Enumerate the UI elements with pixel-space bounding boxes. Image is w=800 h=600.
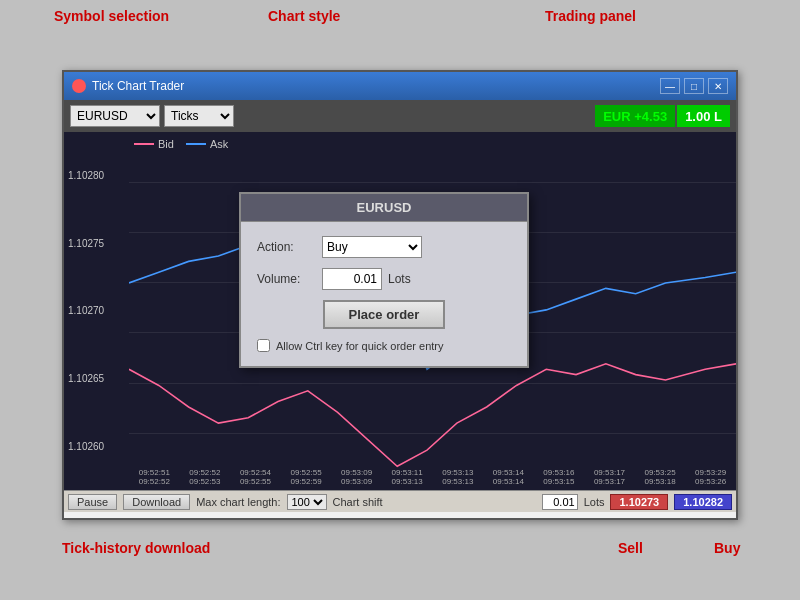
minimize-button[interactable]: — [660,78,680,94]
annotation-trading-panel: Trading panel [545,8,636,24]
price-label: 1.10260 [68,441,125,452]
download-button[interactable]: Download [123,494,190,510]
time-tick: 09:53:1109:53:13 [382,468,433,486]
close-button[interactable]: ✕ [708,78,728,94]
time-tick: 09:53:1409:53:14 [483,468,534,486]
dialog-title: EURUSD [241,194,527,222]
symbol-select[interactable]: EURUSD GBPUSD USDJPY [70,105,160,127]
annotation-sell: Sell [618,540,643,556]
time-tick: 09:53:0909:53:09 [331,468,382,486]
time-tick: 09:53:2509:53:18 [635,468,686,486]
buy-button[interactable]: 1.10282 [674,494,732,510]
action-label: Action: [257,240,322,254]
time-axis: 09:52:5109:52:52 09:52:5209:52:53 09:52:… [129,464,736,490]
time-tick: 09:53:1709:53:17 [584,468,635,486]
annotation-buy: Buy [714,540,740,556]
price-label: 1.10275 [68,238,125,249]
trading-panel-display: EUR +4.53 1.00 L [595,105,730,127]
status-lots: Lots [584,496,605,508]
time-tick: 09:52:5409:52:55 [230,468,281,486]
maximize-button[interactable]: □ [684,78,704,94]
time-tick: 09:53:1309:53:13 [432,468,483,486]
price-label: 1.10270 [68,305,125,316]
time-tick: 09:52:5209:52:53 [180,468,231,486]
sell-button[interactable]: 1.10273 [610,494,668,510]
time-tick: 09:53:2909:53:26 [685,468,736,486]
checkbox-label: Allow Ctrl key for quick order entry [276,340,444,352]
time-tick: 09:52:5509:52:59 [281,468,332,486]
titlebar: Tick Chart Trader — □ ✕ [64,72,736,100]
price-label: 1.10280 [68,170,125,181]
toolbar: EURUSD GBPUSD USDJPY Ticks Bars Candles … [64,100,736,132]
volume-row: Volume: Lots [257,268,511,290]
status-volume-input[interactable] [542,494,578,510]
time-tick: 09:53:1609:53:15 [534,468,585,486]
window-controls: — □ ✕ [660,78,728,94]
main-window: Tick Chart Trader — □ ✕ EURUSD GBPUSD US… [62,70,738,520]
max-length-label: Max chart length: [196,496,280,508]
volume-unit: Lots [388,272,411,286]
time-tick: 09:52:5109:52:52 [129,468,180,486]
chart-style-select[interactable]: Ticks Bars Candles [164,105,234,127]
dialog-body: Action: Buy Sell Volume: Lots Place orde… [241,222,527,366]
price-labels: 1.10280 1.10275 1.10270 1.10265 1.10260 [64,132,129,490]
chart-shift-label: Chart shift [333,496,383,508]
place-order-button[interactable]: Place order [323,300,446,329]
window-title: Tick Chart Trader [92,79,660,93]
trading-dialog: EURUSD Action: Buy Sell Volume: Lots Pla… [239,192,529,368]
volume-label: Volume: [257,272,322,286]
chart-area: 1.10280 1.10275 1.10270 1.10265 1.10260 … [64,132,736,490]
checkbox-row: Allow Ctrl key for quick order entry [257,339,511,352]
app-icon [72,79,86,93]
bid-chart-line [129,364,736,466]
pnl-display: EUR +4.53 [595,105,675,127]
action-select[interactable]: Buy Sell [322,236,422,258]
annotation-symbol-selection: Symbol selection [54,8,169,24]
statusbar: Pause Download Max chart length: 100 200… [64,490,736,512]
lots-display: 1.00 L [677,105,730,127]
pause-button[interactable]: Pause [68,494,117,510]
price-label: 1.10265 [68,373,125,384]
annotation-chart-style: Chart style [268,8,340,24]
volume-input[interactable] [322,268,382,290]
max-length-select[interactable]: 100 200 500 [287,494,327,510]
ctrl-key-checkbox[interactable] [257,339,270,352]
action-row: Action: Buy Sell [257,236,511,258]
annotation-tick-history: Tick-history download [62,540,210,556]
